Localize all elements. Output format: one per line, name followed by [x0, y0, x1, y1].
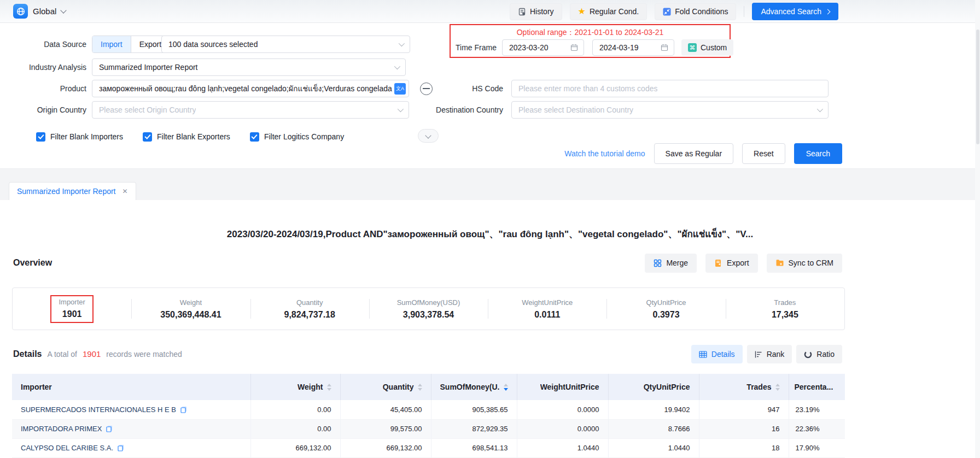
col-sum-of-money-sort[interactable]: SumOfMoney(U... — [431, 374, 517, 400]
chevron-down-icon — [394, 63, 400, 69]
view-details-button[interactable]: Details — [691, 345, 743, 363]
filter-label: Filter Blank Importers — [50, 132, 123, 141]
start-date-input[interactable]: 2023-03-20 — [502, 39, 584, 56]
fold-conditions-label: Fold Conditions — [675, 7, 728, 16]
form-actions: Watch the tutorial demo Save as Regular … — [564, 143, 842, 164]
checkbox-checked-icon[interactable] — [143, 132, 152, 142]
hs-code-input[interactable]: Please enter more than 4 customs codes — [511, 80, 829, 97]
collapse-form-button[interactable] — [418, 129, 439, 143]
checkbox-checked-icon[interactable] — [36, 132, 45, 142]
top-bar: Global History ★ Regular Cond. — [0, 0, 980, 23]
view-ratio-label: Ratio — [816, 350, 835, 359]
stat-qty-unit-price: QtyUnitPrice 0.3973 — [606, 288, 725, 330]
qty-unit-price-cell: 19.9402 — [608, 400, 699, 419]
total-suffix: records were matched — [106, 350, 182, 359]
stat-label: Trades — [774, 298, 796, 307]
qty-unit-price-cell: 1.0440 — [608, 438, 699, 457]
filter-logitics-company-checkbox[interactable]: Filter Logitics Company — [250, 132, 344, 142]
data-source-toggle: Import Export — [92, 36, 170, 53]
advanced-search-button[interactable]: Advanced Search — [752, 3, 838, 20]
view-rank-label: Rank — [767, 350, 785, 359]
export-button[interactable]: Export — [705, 254, 757, 273]
stat-value: 1901 — [62, 309, 82, 319]
qty-unit-price-cell: 8.7666 — [608, 419, 699, 438]
reset-button[interactable]: Reset — [742, 143, 785, 164]
filter-blank-exporters-checkbox[interactable]: Filter Blank Exporters — [143, 132, 230, 142]
industry-analysis-label: Industry Analysis — [0, 63, 86, 72]
overview-row: Overview Merge — [13, 253, 842, 273]
view-ratio-button[interactable]: Ratio — [796, 345, 842, 363]
sort-desc-active-icon[interactable] — [504, 384, 508, 391]
col-weight-sort[interactable]: Weight — [250, 374, 340, 400]
result-content: 2023/03/20-2024/03/19,Product AND"заморо… — [0, 200, 980, 458]
fold-conditions-button[interactable]: Fold Conditions — [655, 3, 736, 20]
merge-button[interactable]: Merge — [645, 254, 697, 273]
regular-cond-button[interactable]: ★ Regular Cond. — [570, 3, 648, 20]
table-row: IMPORTADORA PRIMEX 0.00 99,575.00 872,92… — [12, 419, 845, 438]
destination-country-select[interactable]: Please select Destination Country — [511, 101, 829, 119]
sort-icon[interactable] — [418, 384, 422, 391]
region-selector[interactable]: Global — [13, 4, 66, 19]
col-label: Importer — [21, 383, 52, 391]
origin-country-placeholder: Please select Origin Country — [99, 105, 196, 114]
col-label: Quantity — [383, 383, 414, 391]
time-frame-row: Time Frame 2023-03-20 2024-03-19 — [455, 39, 733, 56]
product-label: Product — [0, 84, 86, 93]
trades-cell: 16 — [699, 419, 789, 438]
custom-range-button[interactable]: ⌘ Custom — [681, 39, 733, 56]
stat-value: 0.3973 — [653, 310, 680, 320]
weight-unit-price-cell: 0.0000 — [517, 419, 608, 438]
globe-icon — [13, 4, 28, 19]
view-switcher: Details Rank Ratio — [691, 345, 842, 363]
sync-to-crm-label: Sync to CRM — [789, 259, 833, 267]
col-trades-sort[interactable]: Trades — [699, 374, 789, 400]
start-date-value: 2023-03-20 — [509, 43, 549, 52]
tab-summarized-importer-report[interactable]: Summarized Importer Report ✕ — [9, 182, 136, 200]
importer-link[interactable]: IMPORTADORA PRIMEX — [21, 425, 242, 433]
data-sources-select[interactable]: 100 data sources selected — [161, 36, 410, 53]
checkbox-checked-icon[interactable] — [250, 132, 259, 142]
stat-label: WeightUnitPrice — [522, 298, 573, 307]
filter-blank-importers-checkbox[interactable]: Filter Blank Importers — [36, 132, 123, 142]
quantity-cell: 99,575.00 — [340, 419, 431, 438]
importer-link[interactable]: SUPERMERCADOS INTERNACIONALES H E B — [21, 406, 242, 414]
tutorial-link[interactable]: Watch the tutorial demo — [564, 149, 645, 158]
sort-icon[interactable] — [327, 384, 331, 391]
translate-icon[interactable]: 文A — [394, 83, 406, 95]
col-label: Trades — [746, 383, 771, 391]
sync-to-crm-button[interactable]: Sync to CRM — [767, 254, 842, 273]
stat-trades: Trades 17,345 — [726, 288, 844, 330]
destination-country-placeholder: Please select Destination Country — [518, 105, 633, 114]
scrollbar-thumb[interactable] — [976, 30, 979, 144]
stat-label: Weight — [180, 298, 202, 307]
view-rank-button[interactable]: Rank — [747, 345, 792, 363]
optional-range-text: Optional range：2021-01-01 to 2024-03-21 — [451, 28, 730, 38]
close-icon[interactable]: ✕ — [122, 187, 128, 195]
percentage-cell: 17.90% — [789, 438, 845, 457]
end-date-input[interactable]: 2024-03-19 — [592, 39, 674, 56]
import-tab[interactable]: Import — [92, 36, 131, 52]
company-name: CALYPSO DEL CARIBE S.A. — [21, 444, 113, 452]
col-importer: Importer — [12, 374, 250, 400]
filter-label: Filter Logitics Company — [264, 132, 344, 141]
pie-icon — [804, 350, 812, 359]
col-percentage: Percenta... — [789, 374, 845, 400]
stat-label: SumOfMoney(USD) — [397, 298, 460, 307]
company-name: IMPORTADORA PRIMEX — [21, 425, 102, 433]
data-sources-value: 100 data sources selected — [168, 40, 258, 49]
industry-analysis-select[interactable]: Summarized Importer Report — [92, 58, 406, 76]
total-count: 1901 — [83, 349, 101, 359]
scrollbar[interactable] — [975, 0, 980, 458]
col-label: WeightUnitPrice — [540, 383, 599, 391]
save-as-regular-button[interactable]: Save as Regular — [654, 143, 734, 164]
history-button[interactable]: History — [510, 3, 562, 20]
col-label: QtyUnitPrice — [644, 383, 690, 391]
view-details-label: Details — [711, 350, 735, 359]
col-quantity-sort[interactable]: Quantity — [340, 374, 431, 400]
origin-country-select[interactable]: Please select Origin Country — [92, 101, 409, 119]
history-icon — [518, 8, 526, 16]
importer-link[interactable]: CALYPSO DEL CARIBE S.A. — [21, 444, 242, 452]
sort-icon[interactable] — [775, 384, 780, 391]
product-input[interactable]: замороженный овощ;rau đông lạnh;vegetal … — [92, 80, 409, 97]
search-button[interactable]: Search — [794, 143, 842, 164]
